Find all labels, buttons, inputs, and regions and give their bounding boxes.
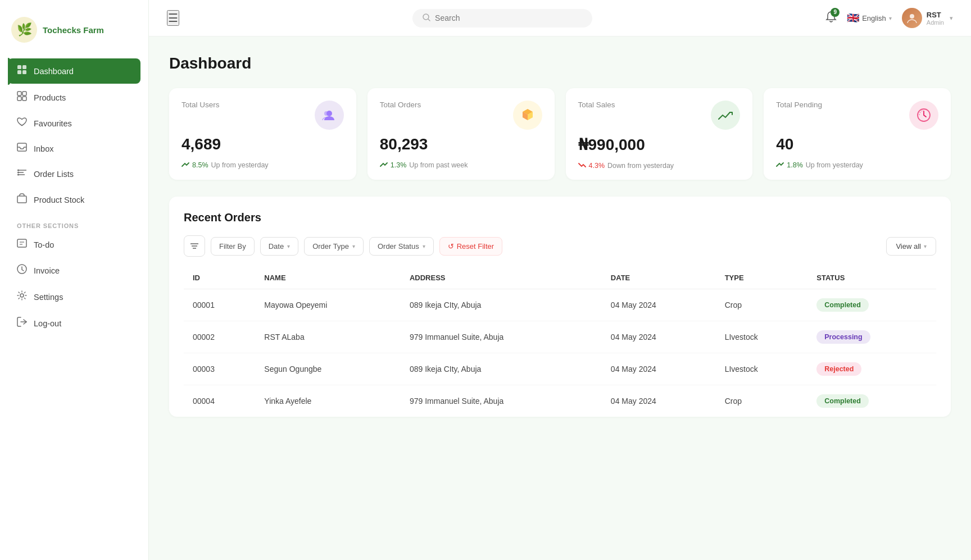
heart-icon xyxy=(17,117,27,129)
sidebar-item-label: To-do xyxy=(34,240,54,249)
stat-trend: 1.3% Up from past week xyxy=(380,161,542,169)
table-row: 00001 Mayowa Opeyemi 089 Ikeja CIty, Abu… xyxy=(184,289,936,321)
col-type: TYPE xyxy=(716,267,808,289)
stat-value: 40 xyxy=(776,135,938,153)
table-row: 00002 RST ALaba 979 Immanuel Suite, Abuj… xyxy=(184,321,936,353)
main-content: Dashboard Total Users 4,689 xyxy=(149,37,971,560)
sidebar-item-favourites[interactable]: Favourites xyxy=(8,111,140,135)
cell-type: Crop xyxy=(716,289,808,321)
cell-address: 089 Ikeja CIty, Abuja xyxy=(401,353,602,385)
sidebar-item-label: Invoice xyxy=(34,266,60,275)
stat-value: 80,293 xyxy=(380,135,542,153)
table-row: 00004 Yinka Ayefele 979 Immanuel Suite, … xyxy=(184,385,936,417)
sidebar-item-dashboard[interactable]: Dashboard xyxy=(8,58,140,84)
date-chevron-icon: ▾ xyxy=(287,243,290,249)
order-status-filter-button[interactable]: Order Status ▾ xyxy=(369,237,434,256)
filter-by-label: Filter By xyxy=(219,242,246,251)
logo-area: 🌿 Tochecks Farm xyxy=(0,11,148,58)
svg-rect-7 xyxy=(22,97,26,101)
date-filter-button[interactable]: Date ▾ xyxy=(260,237,298,256)
sidebar-item-logout[interactable]: Log-out xyxy=(8,311,140,336)
stat-card-top: Total Sales xyxy=(578,101,741,130)
sidebar-item-label: Dashboard xyxy=(34,67,74,76)
svg-point-13 xyxy=(17,172,19,174)
sidebar-item-products[interactable]: Products xyxy=(8,85,140,110)
order-type-filter-button[interactable]: Order Type ▾ xyxy=(304,237,364,256)
trend-arrow-up xyxy=(182,161,189,169)
sidebar-item-order-lists[interactable]: Order Lists xyxy=(8,162,140,186)
sidebar-item-settings[interactable]: Settings xyxy=(8,284,140,309)
col-status: STATUS xyxy=(807,267,936,289)
svg-point-12 xyxy=(17,170,19,171)
filter-icon-button[interactable] xyxy=(184,235,205,257)
stat-trend: 1.8% Up from yesterday xyxy=(776,161,938,169)
svg-rect-3 xyxy=(22,70,26,74)
cell-type: LIvestock xyxy=(716,321,808,353)
table-row: 00003 Segun Ogungbe 089 Ikeja CIty, Abuj… xyxy=(184,353,936,385)
order-status-label: Order Status xyxy=(378,242,419,251)
svg-rect-1 xyxy=(22,65,26,69)
sidebar-item-label: Settings xyxy=(34,293,63,302)
other-sections-label: OTHER SECTIONS xyxy=(0,212,148,233)
cell-name: Yinka Ayefele xyxy=(255,385,401,417)
table-header-row: ID NAME ADDRESS DATE TYPE STATUS xyxy=(184,267,936,289)
cell-name: RST ALaba xyxy=(255,321,401,353)
flag-icon: 🇬🇧 xyxy=(847,12,859,24)
sidebar-item-product-stock[interactable]: Product Stock xyxy=(8,187,140,212)
sidebar-other-nav: To-do Invoice Settings xyxy=(0,233,148,336)
cell-address: 979 Immanuel Suite, Abuja xyxy=(401,321,602,353)
reset-filter-button[interactable]: ↺ Reset Filter xyxy=(439,237,502,256)
trend-arrow-up xyxy=(380,161,388,169)
stat-card-total-sales: Total Sales ₦990,000 4.3% Down from yest… xyxy=(566,88,753,180)
stat-icon xyxy=(513,101,542,130)
hamburger-menu[interactable]: ☰ xyxy=(167,10,179,26)
search-bar xyxy=(412,9,592,28)
filters-row: Filter By Date ▾ Order Type ▾ Order Stat… xyxy=(184,235,936,257)
settings-icon xyxy=(17,290,27,303)
stat-trend: 8.5% Up from yesterday xyxy=(182,161,344,169)
cell-id: 00001 xyxy=(184,289,255,321)
invoice-icon xyxy=(17,264,27,277)
user-menu[interactable]: RST Admin ▾ xyxy=(902,8,953,28)
cell-date: 04 May 2024 xyxy=(602,321,716,353)
main-wrapper: ☰ 9 🇬🇧 English ▾ xyxy=(149,0,971,560)
table-body: 00001 Mayowa Opeyemi 089 Ikeja CIty, Abu… xyxy=(184,289,936,417)
stat-card-total-orders: Total Orders 80,293 1.3% U xyxy=(367,88,555,180)
col-name: NAME xyxy=(255,267,401,289)
svg-rect-16 xyxy=(17,239,26,247)
cell-status: Completed xyxy=(807,385,936,417)
svg-rect-5 xyxy=(22,92,26,95)
sidebar-item-todo[interactable]: To-do xyxy=(8,233,140,257)
sidebar-item-inbox[interactable]: Inbox xyxy=(8,136,140,161)
cell-name: Mayowa Opeyemi xyxy=(255,289,401,321)
stat-value: 4,689 xyxy=(182,135,344,153)
topbar-right: 9 🇬🇧 English ▾ RST Admin ▾ xyxy=(825,8,953,28)
stat-icon xyxy=(711,101,740,130)
page-title: Dashboard xyxy=(169,54,951,72)
svg-line-23 xyxy=(428,19,430,21)
search-input[interactable] xyxy=(435,13,582,22)
sidebar: 🌿 Tochecks Farm Dashboard xyxy=(0,0,149,560)
cell-id: 00003 xyxy=(184,353,255,385)
stat-label: Total Users xyxy=(182,101,220,109)
reset-icon: ↺ xyxy=(448,242,454,251)
cell-status: Processing xyxy=(807,321,936,353)
svg-point-24 xyxy=(910,14,914,19)
order-type-chevron-icon: ▾ xyxy=(352,243,355,249)
order-lists-icon xyxy=(17,168,27,180)
trend-arrow-down xyxy=(578,162,586,170)
stat-icon xyxy=(909,101,938,130)
view-all-label: View all xyxy=(896,242,921,251)
user-name: RST xyxy=(927,11,944,19)
filter-by-button[interactable]: Filter By xyxy=(211,237,255,256)
order-type-label: Order Type xyxy=(312,242,349,251)
sidebar-item-invoice[interactable]: Invoice xyxy=(8,258,140,283)
notification-button[interactable]: 9 xyxy=(825,11,837,26)
dashboard-icon xyxy=(17,65,27,78)
orders-header: Recent Orders xyxy=(184,211,936,224)
trend-arrow-up xyxy=(776,161,784,169)
date-filter-label: Date xyxy=(269,242,284,251)
language-selector[interactable]: 🇬🇧 English ▾ xyxy=(847,12,892,24)
view-all-button[interactable]: View all ▾ xyxy=(886,237,936,256)
stat-card-total-pending: Total Pending 40 1.8% Up f xyxy=(764,88,951,180)
